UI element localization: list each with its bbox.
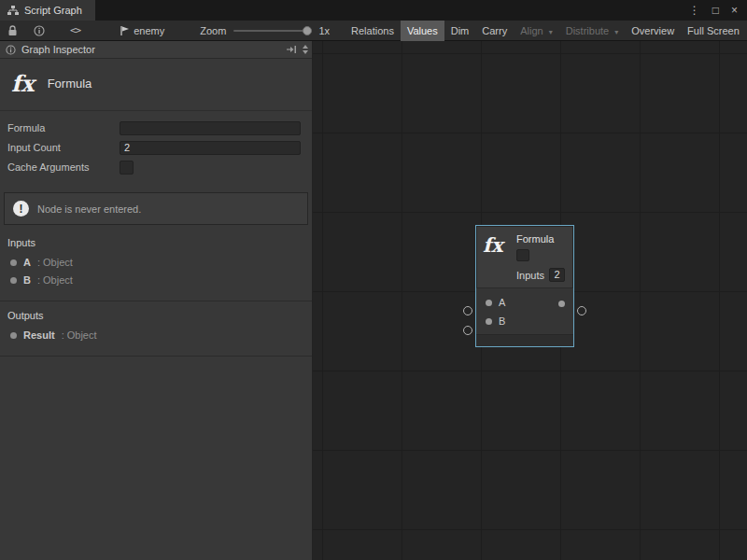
output-port-name: Result — [23, 329, 55, 341]
fx-icon: fx — [11, 70, 35, 97]
port-dot-icon — [10, 332, 17, 339]
tab-label: Script Graph — [24, 5, 82, 16]
formula-field-label: Formula — [7, 122, 120, 133]
distribute-button[interactable]: Distribute ▾ — [559, 21, 626, 41]
distribute-button-label: Distribute — [566, 25, 609, 36]
node-formula-input[interactable] — [516, 249, 529, 261]
chevron-down-icon: ▾ — [549, 28, 553, 36]
lock-icon[interactable] — [7, 25, 18, 36]
values-button[interactable]: Values — [401, 21, 444, 41]
outputs-section-title: Outputs — [7, 310, 304, 321]
warning-icon: ! — [13, 201, 29, 217]
cache-arguments-field-label: Cache Arguments — [7, 161, 120, 173]
unit-fields: Formula Input Count Cache Arguments — [0, 111, 312, 183]
node-port-row-a[interactable]: A — [476, 293, 573, 312]
graph-canvas[interactable]: fx Formula Inputs 2 A — [313, 41, 747, 560]
external-output-port[interactable] — [577, 306, 586, 315]
toolbar: <> enemy Zoom 1x Relations Values Dim Ca… — [0, 21, 747, 41]
unit-title-block: fx Formula — [0, 59, 312, 111]
node-inputs-label: Inputs — [516, 270, 544, 281]
formula-node-header: fx Formula Inputs 2 — [476, 226, 573, 287]
output-port-item: Result : Object — [10, 329, 304, 341]
graph-pointer-icon — [120, 25, 130, 36]
input-port-type: : Object — [37, 257, 73, 268]
input-port-item: B : Object — [10, 274, 304, 286]
cache-arguments-checkbox[interactable] — [120, 161, 134, 175]
graph-breadcrumb[interactable]: enemy — [120, 25, 164, 36]
external-input-port-b[interactable] — [463, 326, 472, 335]
input-count-field-label: Input Count — [7, 142, 120, 153]
titlebar: Script Graph ⋮ □ × — [0, 0, 747, 21]
input-port-item: A : Object — [10, 257, 304, 268]
dim-button[interactable]: Dim — [444, 21, 476, 41]
port-dot-icon — [10, 259, 17, 266]
graph-inspector-title: Graph Inspector — [21, 44, 95, 55]
unity-script-graph-window: Script Graph ⋮ □ × <> — [0, 0, 747, 560]
window-menu-icon[interactable]: ⋮ — [689, 4, 700, 17]
inputs-section-title: Inputs — [7, 237, 304, 248]
scroll-arrows[interactable] — [303, 45, 308, 54]
info-icon[interactable] — [34, 25, 45, 36]
scroll-up-icon[interactable] — [303, 45, 308, 49]
input-port-a-label: A — [499, 297, 505, 308]
input-port-type: : Object — [37, 274, 73, 286]
align-button-label: Align — [520, 25, 543, 36]
node-title: Formula — [516, 233, 554, 245]
outputs-section: Outputs Result : Object — [0, 301, 312, 357]
input-port-a-dot[interactable] — [486, 300, 492, 306]
node-footer — [476, 334, 573, 346]
node-port-row-b[interactable]: B — [476, 312, 573, 330]
zoom-slider-knob[interactable] — [303, 26, 312, 35]
inputs-section: Inputs A : Object B : Object — [0, 229, 312, 301]
align-button[interactable]: Align ▾ — [514, 21, 559, 41]
graph-inspector-header: Graph Inspector — [0, 41, 312, 59]
zoom-label: Zoom — [200, 25, 226, 36]
input-port-name: B — [23, 274, 31, 286]
input-port-b-dot[interactable] — [486, 318, 492, 325]
unit-title: Formula — [48, 77, 92, 91]
warning-text: Node is never entered. — [37, 203, 141, 215]
full-screen-button[interactable]: Full Screen — [681, 21, 746, 41]
window-controls: ⋮ □ × — [689, 0, 747, 21]
input-port-name: A — [23, 257, 31, 268]
formula-field-row: Formula — [7, 120, 301, 135]
port-dot-icon — [10, 277, 17, 284]
output-port-type: : Object — [62, 329, 97, 341]
fx-icon: fx — [483, 233, 511, 282]
input-port-b-label: B — [499, 315, 505, 327]
script-graph-icon — [7, 6, 19, 16]
graph-inspector-panel: Graph Inspector fx Formula — [0, 41, 313, 560]
relations-button[interactable]: Relations — [345, 21, 401, 41]
formula-input[interactable] — [120, 121, 301, 135]
node-ports-section: A B — [476, 287, 573, 334]
node-input-count[interactable]: 2 — [549, 268, 565, 282]
scroll-down-icon[interactable] — [303, 50, 308, 54]
maximize-icon[interactable]: □ — [712, 4, 719, 17]
info-icon — [6, 45, 16, 55]
tab-script-graph[interactable]: Script Graph — [0, 0, 95, 21]
input-count-field-row: Input Count — [7, 140, 301, 155]
zoom-value: 1x — [318, 25, 330, 36]
warning-box: ! Node is never entered. — [4, 192, 308, 225]
input-count-input[interactable] — [120, 141, 301, 155]
overview-button[interactable]: Overview — [625, 21, 681, 41]
dock-panel-icon[interactable] — [286, 45, 297, 54]
zoom-slider[interactable] — [233, 30, 310, 32]
carry-button[interactable]: Carry — [475, 21, 514, 41]
formula-node[interactable]: fx Formula Inputs 2 A — [475, 225, 574, 347]
close-icon[interactable]: × — [731, 4, 738, 17]
graph-breadcrumb-label: enemy — [134, 25, 164, 36]
output-port-dot[interactable] — [558, 301, 565, 307]
chevron-down-icon: ▾ — [614, 28, 618, 36]
cache-arguments-field-row: Cache Arguments — [7, 160, 301, 175]
external-input-port-a[interactable] — [463, 306, 472, 315]
code-icon[interactable]: <> — [70, 24, 80, 36]
